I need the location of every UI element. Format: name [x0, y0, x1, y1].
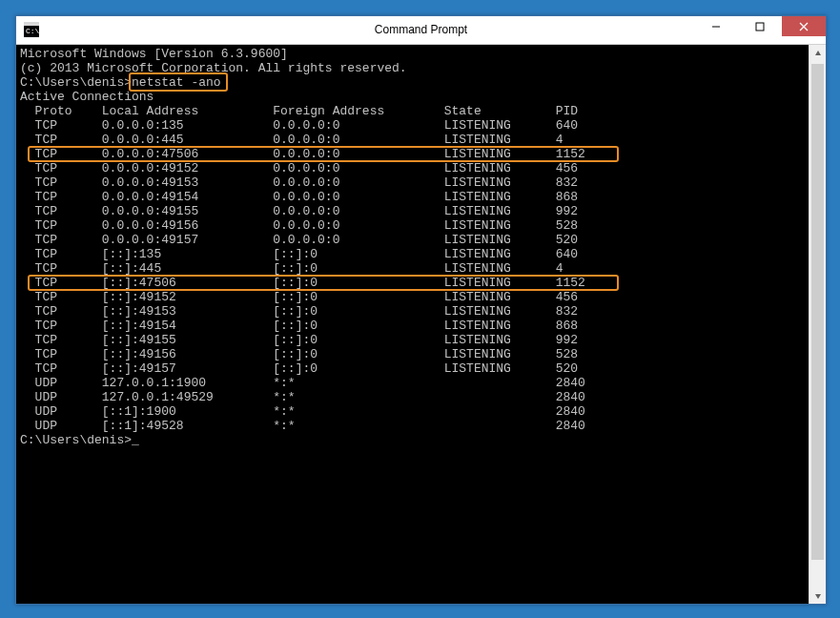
typed-command: netstat -ano — [132, 75, 221, 90]
table-row: UDP [::1]:49528 *:* 2840 — [20, 419, 809, 433]
table-row: UDP 127.0.0.1:49529 *:* 2840 — [20, 390, 809, 404]
table-row: TCP 0.0.0.0:49157 0.0.0.0:0 LISTENING 52… — [20, 233, 809, 247]
titlebar[interactable]: C:\ Command Prompt — [16, 16, 826, 45]
svg-marker-7 — [815, 51, 821, 55]
table-row: TCP 0.0.0.0:49155 0.0.0.0:0 LISTENING 99… — [20, 204, 809, 218]
table-row: TCP [::]:135 [::]:0 LISTENING 640 — [20, 247, 809, 261]
svg-rect-4 — [756, 23, 764, 31]
table-row: TCP 0.0.0.0:135 0.0.0.0:0 LISTENING 640 — [20, 118, 809, 133]
table-row: TCP 0.0.0.0:445 0.0.0.0:0 LISTENING 4 — [20, 133, 809, 147]
table-row: TCP [::]:49155 [::]:0 LISTENING 992 — [20, 333, 809, 347]
svg-text:C:\: C:\ — [26, 27, 39, 35]
close-button[interactable] — [782, 16, 826, 36]
section-header: Active Connections — [20, 90, 809, 104]
prompt-idle: C:\Users\denis>_ — [20, 433, 809, 447]
banner-line: Microsoft Windows [Version 6.3.9600] — [20, 47, 809, 61]
command-prompt-window: C:\ Command Prompt Micr — [15, 15, 827, 605]
table-row: TCP 0.0.0.0:47506 0.0.0.0:0 LISTENING 11… — [20, 147, 809, 161]
table-header: Proto Local Address Foreign Address Stat… — [20, 104, 809, 118]
table-row: UDP 127.0.0.1:1900 *:* 2840 — [20, 376, 809, 390]
table-row: TCP 0.0.0.0:49152 0.0.0.0:0 LISTENING 45… — [20, 161, 809, 175]
maximize-button[interactable] — [738, 16, 782, 36]
scroll-down-button[interactable] — [809, 587, 826, 604]
scrollbar[interactable] — [809, 45, 826, 604]
svg-marker-8 — [815, 594, 821, 599]
table-row: TCP [::]:49157 [::]:0 LISTENING 520 — [20, 361, 809, 376]
table-row: TCP 0.0.0.0:49153 0.0.0.0:0 LISTENING 83… — [20, 175, 809, 190]
prompt-line: C:\Users\denis>netstat -ano — [20, 75, 809, 90]
table-row: TCP [::]:49152 [::]:0 LISTENING 456 — [20, 290, 809, 304]
table-row: TCP 0.0.0.0:49154 0.0.0.0:0 LISTENING 86… — [20, 190, 809, 204]
table-row: TCP 0.0.0.0:49156 0.0.0.0:0 LISTENING 52… — [20, 218, 809, 233]
cmd-icon: C:\ — [24, 22, 39, 37]
prompt-path: C:\Users\denis> — [20, 75, 132, 90]
table-row: UDP [::1]:1900 *:* 2840 — [20, 404, 809, 419]
table-row: TCP [::]:47506 [::]:0 LISTENING 1152 — [20, 276, 809, 290]
svg-rect-1 — [24, 22, 39, 26]
scroll-thumb[interactable] — [811, 64, 824, 560]
table-row: TCP [::]:49154 [::]:0 LISTENING 868 — [20, 319, 809, 333]
minimize-button[interactable] — [694, 16, 738, 36]
table-row: TCP [::]:49153 [::]:0 LISTENING 832 — [20, 304, 809, 319]
table-row: TCP [::]:49156 [::]:0 LISTENING 528 — [20, 347, 809, 361]
table-row: TCP [::]:445 [::]:0 LISTENING 4 — [20, 261, 809, 276]
scroll-up-button[interactable] — [809, 45, 826, 61]
terminal-output[interactable]: Microsoft Windows [Version 6.3.9600](c) … — [16, 45, 809, 604]
banner-line: (c) 2013 Microsoft Corporation. All righ… — [20, 61, 809, 75]
